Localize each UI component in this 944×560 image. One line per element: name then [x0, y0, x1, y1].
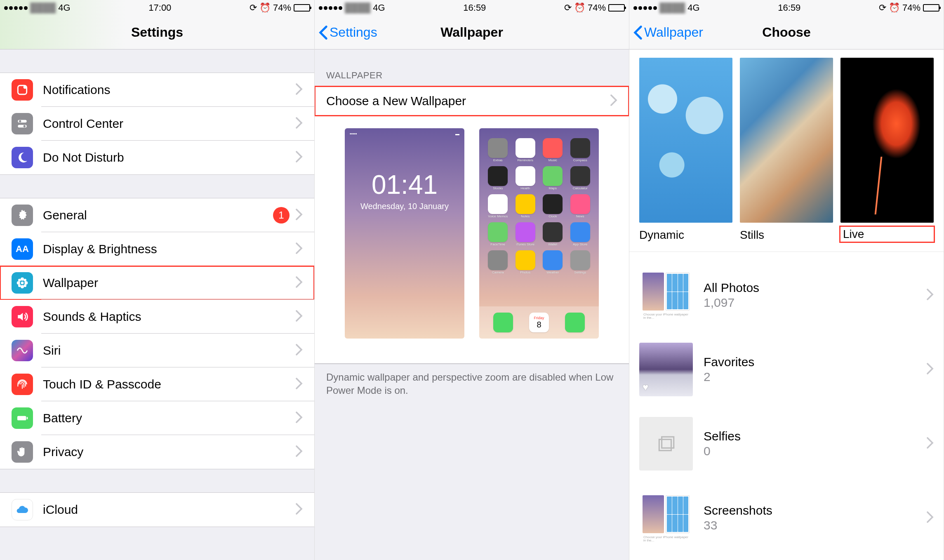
album-count: 33 — [704, 518, 926, 532]
nav-bar: Wallpaper Choose — [629, 16, 944, 49]
toggles-icon — [12, 113, 33, 134]
row-sounds-haptics[interactable]: Sounds & Haptics — [0, 300, 314, 334]
row-label: Battery — [43, 411, 295, 425]
alarm-icon: ⏰ — [259, 2, 271, 13]
row-control-center[interactable]: Control Center — [0, 107, 314, 141]
signal-dots-icon — [319, 6, 342, 10]
home-app-wallet: Wallet — [541, 222, 565, 247]
lock-date: Wednesday, 10 January — [345, 202, 464, 211]
category-live[interactable]: Live — [840, 58, 934, 242]
chevron-left-icon — [319, 25, 328, 40]
album-count: 2 — [704, 370, 926, 384]
row-general[interactable]: General 1 — [0, 198, 314, 232]
moon-icon — [12, 147, 33, 168]
row-label: Display & Brightness — [43, 242, 295, 256]
chevron-right-icon — [926, 362, 934, 376]
dynamic-thumb — [639, 58, 732, 223]
row-label: Notifications — [43, 83, 295, 97]
lock-time: 01:41 — [345, 169, 464, 200]
album-selfies[interactable]: Selfies 0 — [629, 413, 944, 475]
screen-settings: ████ 4G 17:00 ⟳ ⏰ 74% Settings Notificat… — [0, 0, 315, 560]
chevron-right-icon — [295, 344, 303, 358]
row-battery[interactable]: Battery — [0, 401, 314, 435]
back-button[interactable]: Wallpaper — [633, 25, 703, 40]
chevron-right-icon — [926, 288, 934, 302]
dock: Friday8 — [479, 306, 599, 339]
home-app-settings: Settings — [568, 250, 593, 275]
stills-thumb — [740, 58, 833, 223]
chevron-right-icon — [295, 445, 303, 459]
lock-screen-preview[interactable]: •••••▬ 01:41 Wednesday, 10 January — [345, 128, 464, 339]
chevron-right-icon — [295, 242, 303, 256]
alarm-icon: ⏰ — [889, 2, 900, 13]
status-time: 16:59 — [778, 2, 800, 13]
network-label: 4G — [58, 2, 70, 13]
battery-pct: 74% — [588, 2, 606, 13]
chevron-right-icon — [295, 151, 303, 165]
row-wallpaper[interactable]: Wallpaper — [0, 266, 314, 300]
row-label: Privacy — [43, 445, 295, 459]
row-notifications[interactable]: Notifications — [0, 73, 314, 107]
cloud-icon — [12, 499, 33, 520]
svg-point-8 — [21, 278, 24, 281]
home-app-reminders: Reminders — [513, 138, 538, 163]
row-display-brightness[interactable]: AA Display & Brightness — [0, 232, 314, 266]
home-app-calculator: Calculator — [568, 166, 593, 191]
page-title: Settings — [131, 25, 183, 40]
row-do-not-disturb[interactable]: Do Not Disturb — [0, 141, 314, 174]
wallpaper-group: Choose a New Wallpaper •••••▬ 01:41 Wedn… — [315, 86, 629, 364]
svg-point-4 — [19, 120, 21, 122]
network-label: 4G — [687, 2, 699, 13]
category-dynamic[interactable]: Dynamic — [639, 58, 732, 242]
page-title: Choose — [762, 25, 810, 40]
battery-icon — [608, 4, 625, 12]
chevron-right-icon — [295, 377, 303, 391]
status-bar: ████ 4G 17:00 ⟳ ⏰ 74% — [0, 0, 314, 16]
svg-point-7 — [21, 282, 24, 285]
row-privacy[interactable]: Privacy — [0, 435, 314, 469]
row-label: Choose a New Wallpaper — [326, 94, 610, 108]
lock-rotation-icon: ⟳ — [564, 2, 572, 13]
album-count: 0 — [704, 444, 926, 458]
svg-point-1 — [24, 85, 27, 89]
row-label: Siri — [43, 344, 295, 358]
svg-point-10 — [17, 281, 20, 285]
category-label: Dynamic — [639, 228, 732, 242]
svg-rect-19 — [662, 437, 674, 448]
category-label: Live — [840, 227, 934, 242]
category-stills[interactable]: Stills — [740, 58, 833, 242]
album-screenshots[interactable]: Choose your iPhone wallpaper in the... S… — [629, 487, 944, 549]
album-name: Favorites — [704, 355, 926, 369]
dock-app-calendar: Friday8 — [529, 313, 549, 332]
back-button[interactable]: Settings — [319, 25, 377, 40]
row-choose-new-wallpaper[interactable]: Choose a New Wallpaper — [315, 86, 629, 116]
aa-icon: AA — [12, 238, 33, 260]
dock-app-phone — [493, 313, 513, 332]
battery-pct: 74% — [902, 2, 920, 13]
home-app-itunes-store: iTunes Store — [513, 222, 538, 247]
home-app-facetime: FaceTime — [486, 222, 510, 247]
battery-icon — [294, 4, 310, 12]
home-app-camera: Camera — [486, 250, 510, 275]
album-all-photos[interactable]: Choose your iPhone wallpaper in the... A… — [629, 264, 944, 326]
nav-bar: Settings Wallpaper — [315, 16, 629, 49]
row-label: General — [43, 208, 273, 222]
home-screen-preview[interactable]: ExtrasRemindersMusicCompassStocksHealthM… — [479, 128, 599, 339]
nav-bar: Settings — [0, 16, 314, 49]
home-app-photos: Photos — [513, 250, 538, 275]
home-app-music: Music — [541, 138, 565, 163]
row-touch-id[interactable]: Touch ID & Passcode — [0, 367, 314, 401]
wallpaper-preview-row: •••••▬ 01:41 Wednesday, 10 January Extra… — [315, 116, 629, 364]
network-label: 4G — [373, 2, 385, 13]
album-thumb: ♥ — [639, 343, 693, 396]
row-label: Touch ID & Passcode — [43, 377, 295, 391]
row-icloud[interactable]: iCloud — [0, 493, 314, 527]
settings-group-1: Notifications Control Center Do Not Dist… — [0, 73, 314, 175]
chevron-right-icon — [295, 503, 303, 517]
chevron-right-icon — [926, 511, 934, 525]
album-name: All Photos — [704, 281, 926, 295]
row-label: iCloud — [43, 503, 295, 517]
notifications-icon — [12, 79, 33, 101]
row-siri[interactable]: Siri — [0, 334, 314, 367]
album-favorites[interactable]: ♥ Favorites 2 — [629, 339, 944, 400]
